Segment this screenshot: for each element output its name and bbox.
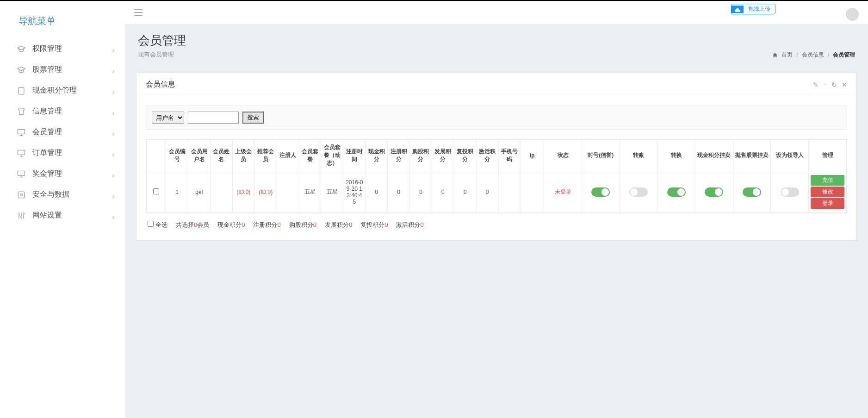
col-16: 手机号码	[498, 140, 521, 171]
col-14: 复投积分	[454, 140, 476, 171]
chevron-right-icon	[111, 68, 116, 72]
svg-rect-1	[18, 129, 25, 134]
file-icon	[17, 86, 26, 95]
col-5: 推荐会员	[254, 140, 277, 171]
selected-count: 共选择0会员	[176, 221, 209, 229]
nav-item-5[interactable]: 订单管理	[0, 143, 125, 163]
nav-item-1[interactable]: 股票管理	[0, 59, 125, 80]
minimize-icon[interactable]: −	[823, 81, 827, 88]
col-22: 现金积分挂卖	[695, 140, 733, 171]
cell-registrar	[277, 171, 299, 213]
chevron-right-icon	[111, 193, 116, 197]
switch-seal[interactable]	[591, 187, 610, 197]
col-4: 上级会员	[232, 140, 254, 171]
select-all-checkbox[interactable]	[148, 221, 154, 227]
col-7: 会员套餐	[299, 140, 321, 171]
sidebar-title: 导航菜单	[0, 10, 125, 38]
search-button[interactable]: 搜索	[242, 112, 264, 124]
summary-item: 现金积分0	[217, 221, 245, 228]
hamburger-icon[interactable]	[134, 9, 143, 16]
monitor-icon	[17, 128, 26, 137]
cell-referrer: (ID:0)	[254, 171, 277, 213]
nav-label: 信息管理	[32, 106, 111, 116]
col-8: 会员套餐（动态）	[321, 140, 343, 171]
nav-label: 现金积分管理	[32, 86, 111, 95]
login-button[interactable]: 登录	[811, 198, 844, 209]
cap-icon	[17, 65, 26, 75]
top-bar: 拖拽上传	[125, 1, 868, 24]
chevron-right-icon	[111, 109, 116, 114]
col-17: ip	[521, 140, 544, 171]
upload-text: 拖拽上传	[744, 4, 775, 14]
switch-leader[interactable]	[781, 187, 799, 197]
sidebar: 导航菜单 权限管理股票管理现金积分管理信息管理会员管理订单管理奖金管理安全与数据…	[0, 1, 125, 418]
col-9: 注册时间	[343, 140, 366, 171]
col-0	[147, 140, 166, 171]
cell-id: 1	[166, 171, 188, 213]
summary-item: 购股积分0	[289, 221, 316, 228]
panel: 会员信息 ✎ − ↻ ✕ 用户名 搜索	[136, 73, 857, 241]
edit-icon[interactable]: ✎	[813, 81, 818, 88]
avatar[interactable]	[846, 8, 859, 21]
nav-item-7[interactable]: 安全与数据	[0, 184, 125, 205]
nav-label: 奖金管理	[32, 169, 111, 179]
table-row: 1 gef (ID:0) (ID:0) 五星 五星 2016-09-20 13:…	[147, 171, 847, 213]
switch-transfer[interactable]	[629, 187, 648, 197]
refresh-icon[interactable]: ↻	[831, 81, 837, 88]
breadcrumb-home[interactable]: 首页	[781, 51, 793, 59]
cap-icon	[17, 44, 26, 54]
nav-label: 网站设置	[32, 211, 111, 220]
nav-item-8[interactable]: 网站设置	[0, 205, 125, 226]
cell-reinvest: 0	[454, 171, 476, 213]
chevron-right-icon	[111, 130, 116, 135]
select-all-label[interactable]: 全选	[148, 221, 167, 229]
col-6: 注册人	[277, 140, 299, 171]
search-input[interactable]	[188, 112, 239, 124]
page-header: 会员管理 现有会员管理 首页 / 会员信息 / 会员管理	[125, 24, 868, 62]
chevron-right-icon	[111, 213, 116, 218]
col-13: 发展积分	[432, 140, 454, 171]
home-icon	[772, 52, 778, 58]
monitor-icon	[17, 149, 26, 158]
col-23: 抛售股票挂卖	[733, 140, 771, 171]
cell-regpts: 0	[388, 171, 410, 213]
nav-label: 订单管理	[32, 148, 111, 158]
search-bar: 用户名 搜索	[146, 106, 847, 130]
col-21: 转换	[657, 140, 695, 171]
col-15: 激活积分	[476, 140, 498, 171]
row-checkbox[interactable]	[153, 188, 159, 194]
breadcrumb: 首页 / 会员信息 / 会员管理	[772, 51, 855, 59]
search-field-select[interactable]: 用户名	[152, 112, 184, 124]
cell-ip	[521, 171, 544, 213]
nav-item-3[interactable]: 信息管理	[0, 101, 125, 122]
col-18: 状态	[544, 140, 582, 171]
chevron-right-icon	[111, 47, 116, 51]
switch-cash-sell[interactable]	[705, 187, 723, 197]
col-3: 会员姓名	[211, 140, 233, 171]
breadcrumb-active: 会员管理	[833, 51, 855, 59]
nav-item-0[interactable]: 权限管理	[0, 38, 125, 59]
page-title: 会员管理	[138, 32, 186, 49]
nav-label: 权限管理	[32, 44, 111, 54]
summary-item: 复投积分0	[360, 221, 388, 228]
recharge-button[interactable]: 充值	[811, 175, 844, 186]
switch-convert[interactable]	[667, 187, 686, 197]
panel-title: 会员信息	[146, 80, 175, 89]
svg-rect-3	[18, 171, 25, 175]
cell-activate: 0	[476, 171, 498, 213]
nav-item-6[interactable]: 奖金管理	[0, 163, 125, 184]
cell-devpts: 0	[432, 171, 454, 213]
col-12: 购股积分	[410, 140, 432, 171]
edit-button[interactable]: 修改	[811, 187, 844, 197]
switch-stock-sell[interactable]	[743, 187, 761, 197]
svg-rect-0	[19, 87, 24, 94]
summary-item: 发展积分0	[325, 221, 352, 228]
shirt-icon	[17, 107, 26, 116]
chevron-right-icon	[111, 151, 116, 156]
nav-item-2[interactable]: 现金积分管理	[0, 80, 125, 101]
close-icon[interactable]: ✕	[842, 81, 847, 88]
nav-item-4[interactable]: 会员管理	[0, 122, 125, 143]
col-25: 管理	[809, 140, 847, 171]
upload-badge[interactable]: 拖拽上传	[731, 4, 775, 14]
breadcrumb-mid[interactable]: 会员信息	[802, 51, 824, 59]
